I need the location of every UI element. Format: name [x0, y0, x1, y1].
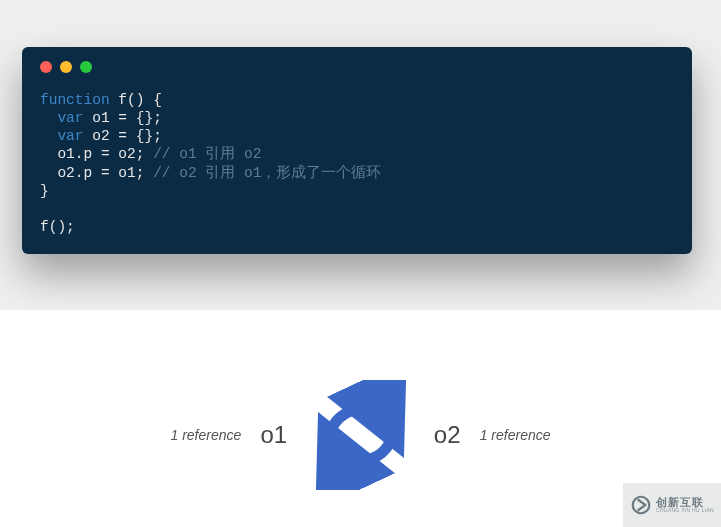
code-block: function f() { var o1 = {}; var o2 = {};…: [40, 91, 674, 236]
code-comment: // o1 引用 o2: [153, 146, 261, 162]
watermark-logo-icon: [630, 494, 652, 516]
watermark: 创新互联 CHUANG XIN HU LIAN: [623, 483, 721, 527]
watermark-en: CHUANG XIN HU LIAN: [656, 508, 714, 513]
keyword-var: var: [40, 110, 84, 126]
watermark-text: 创新互联 CHUANG XIN HU LIAN: [656, 497, 714, 513]
code-text: o2.p = o1;: [40, 165, 153, 181]
keyword-var: var: [40, 128, 84, 144]
code-window: function f() { var o1 = {}; var o2 = {};…: [22, 47, 692, 254]
window-titlebar: [40, 61, 674, 73]
code-text: o1 = {};: [84, 110, 162, 126]
reference-count-left: 1 reference: [171, 427, 242, 443]
diagram-area: 1 reference o1 o2 1 reference 创新互联 CHUAN…: [0, 310, 721, 527]
code-text: o1.p = o2;: [40, 146, 153, 162]
cycle-arrows-icon: [316, 380, 406, 490]
object-node-o1: o1: [261, 421, 288, 449]
minimize-icon[interactable]: [60, 61, 72, 73]
code-panel-background: function f() { var o1 = {}; var o2 = {};…: [0, 0, 721, 310]
code-comment: // o2 引用 o1，形成了一个循环: [153, 165, 381, 181]
svg-point-0: [633, 497, 650, 514]
code-text: f() {: [110, 92, 162, 108]
reference-cycle-diagram: 1 reference o1 o2 1 reference: [201, 375, 521, 495]
code-text: f();: [40, 219, 75, 235]
code-text: }: [40, 183, 49, 199]
object-node-o2: o2: [434, 421, 461, 449]
maximize-icon[interactable]: [80, 61, 92, 73]
reference-count-right: 1 reference: [480, 427, 551, 443]
keyword-function: function: [40, 92, 110, 108]
code-text: o2 = {};: [84, 128, 162, 144]
close-icon[interactable]: [40, 61, 52, 73]
